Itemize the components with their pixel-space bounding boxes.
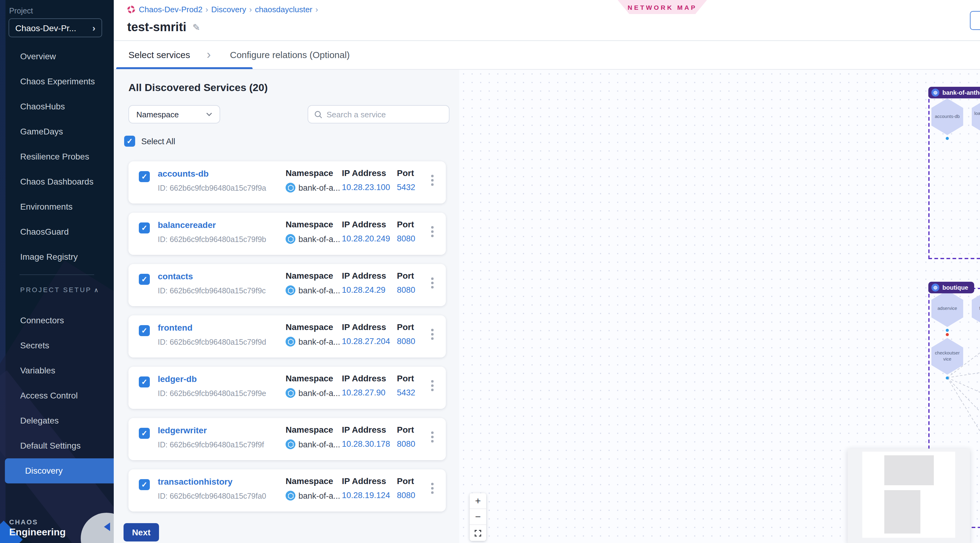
service-card: ledger-db ID: 662b6c9fcb96480a15c79f9e N… — [129, 367, 446, 409]
sidebar-item[interactable]: ChaosHubs — [0, 94, 114, 119]
service-checkbox[interactable] — [139, 479, 150, 490]
project-selector[interactable]: Chaos-Dev-Pr... › — [9, 18, 102, 37]
kebab-menu-icon[interactable] — [429, 481, 435, 495]
sidebar-collapse-icon[interactable] — [104, 522, 110, 531]
sidebar-item[interactable]: Resilience Probes — [0, 144, 114, 169]
sidebar-item[interactable]: Connectors — [0, 308, 114, 333]
breadcrumb-link[interactable]: Discovery — [211, 5, 246, 14]
service-checkbox[interactable] — [139, 222, 150, 233]
service-port[interactable]: 5432 — [397, 388, 415, 397]
sidebar-nav: OverviewChaos ExperimentsChaosHubsGameDa… — [0, 44, 114, 270]
service-node-checkoutservice[interactable]: checkoutservice — [931, 338, 963, 375]
sidebar-item[interactable]: Environments — [0, 194, 114, 219]
service-checkbox[interactable] — [139, 376, 150, 387]
service-name-link[interactable]: transactionhistory — [158, 477, 232, 486]
namespace-badge-icon — [286, 440, 295, 449]
service-namespace: bank-of-a... — [298, 337, 340, 346]
sidebar-item[interactable]: Image Registry — [0, 245, 114, 270]
project-label: Project — [9, 7, 33, 15]
search-input[interactable] — [326, 110, 443, 119]
discard-button[interactable]: Discard — [970, 11, 980, 30]
breadcrumb-link[interactable]: chaosdaycluster — [255, 5, 312, 14]
tab-configure-relations[interactable]: Configure relations (Optional) — [230, 49, 350, 60]
service-name-link[interactable]: ledger-db — [158, 374, 197, 384]
service-id: ID: 662b6c9fcb96480a15c79f9e — [158, 389, 266, 398]
sidebar-item[interactable]: Secrets — [0, 333, 114, 358]
service-name-link[interactable]: balancereader — [158, 220, 216, 230]
column-header-port: Port — [397, 271, 415, 281]
sidebar-item[interactable]: Delegates — [0, 408, 114, 433]
sidebar-item[interactable]: Chaos Dashboards — [0, 169, 114, 194]
kebab-menu-icon[interactable] — [429, 430, 435, 444]
project-setup-header[interactable]: PROJECT SETUP ∧ — [20, 286, 100, 293]
service-port[interactable]: 8080 — [397, 440, 415, 449]
service-ip[interactable]: 10.28.19.124 — [342, 491, 390, 500]
minimap[interactable] — [848, 449, 970, 543]
kebab-menu-icon[interactable] — [429, 378, 435, 393]
zoom-in-button[interactable]: + — [470, 493, 486, 509]
service-card: transactionhistory ID: 662b6c9fcb96480a1… — [129, 469, 446, 511]
column-header-ip: IP Address — [342, 271, 386, 281]
service-checkbox[interactable] — [139, 325, 150, 336]
column-header-port: Port — [397, 322, 415, 332]
service-ip[interactable]: 10.28.24.29 — [342, 286, 386, 295]
namespace-pill[interactable]: ☸ boutique — [928, 282, 974, 293]
minimap-viewport — [862, 452, 955, 538]
namespace-filter-dropdown[interactable]: Namespace — [129, 105, 220, 124]
kebab-menu-icon[interactable] — [429, 276, 435, 290]
sidebar: Project Chaos-Dev-Pr... › OverviewChaos … — [0, 0, 114, 543]
next-button[interactable]: Next — [124, 523, 159, 541]
kebab-menu-icon[interactable] — [429, 327, 435, 341]
select-all-label: Select All — [141, 137, 175, 146]
service-port[interactable]: 5432 — [397, 183, 415, 192]
sidebar-item[interactable]: Variables — [0, 358, 114, 383]
sidebar-item[interactable]: Chaos Experiments — [0, 69, 114, 94]
service-ip[interactable]: 10.28.30.178 — [342, 440, 390, 449]
service-node-loadgenerator[interactable]: loadgenerator — [972, 98, 980, 135]
service-port[interactable]: 8080 — [397, 234, 415, 243]
wizard-tabbar: Select services › Configure relations (O… — [114, 41, 980, 70]
service-node-adservice[interactable]: adservice — [931, 290, 963, 327]
namespace-badge-icon — [286, 491, 295, 500]
service-checkbox[interactable] — [139, 274, 150, 285]
breadcrumb-link[interactable]: Chaos-Dev-Prod2 — [139, 5, 202, 14]
sidebar-item[interactable]: ChaosGuard — [0, 219, 114, 245]
zoom-out-button[interactable]: − — [470, 509, 486, 525]
column-header-namespace: Namespace — [286, 425, 340, 435]
sidebar-setup-nav: ConnectorsSecretsVariablesAccess Control… — [0, 308, 114, 483]
namespace-name: boutique — [942, 284, 968, 291]
service-node-frontend[interactable]: frontend — [972, 290, 980, 327]
service-port[interactable]: 8080 — [397, 337, 415, 346]
service-port[interactable]: 8080 — [397, 286, 415, 295]
sidebar-item[interactable]: GameDays — [0, 119, 114, 144]
namespace-badge-icon — [286, 337, 295, 346]
sidebar-item[interactable]: Overview — [0, 44, 114, 69]
service-ip[interactable]: 10.28.20.249 — [342, 234, 390, 243]
fullscreen-button[interactable] — [470, 525, 486, 541]
sidebar-item[interactable]: Access Control — [0, 383, 114, 408]
kebab-menu-icon[interactable] — [429, 173, 435, 187]
service-name-link[interactable]: accounts-db — [158, 169, 208, 178]
column-header-port: Port — [397, 476, 415, 486]
tab-select-services[interactable]: Select services — [129, 49, 190, 60]
egress-dot — [946, 137, 949, 140]
service-namespace: bank-of-a... — [298, 286, 340, 295]
column-header-ip: IP Address — [342, 322, 390, 332]
service-name-link[interactable]: contacts — [158, 272, 193, 281]
service-node-accounts-db[interactable]: accounts-db — [931, 98, 963, 135]
service-checkbox[interactable] — [139, 171, 150, 182]
select-all-checkbox[interactable] — [124, 136, 135, 147]
service-ip[interactable]: 10.28.23.100 — [342, 183, 390, 192]
sidebar-item[interactable]: Default Settings — [0, 433, 114, 458]
service-checkbox[interactable] — [139, 428, 150, 439]
column-header-ip: IP Address — [342, 373, 386, 383]
kebab-menu-icon[interactable] — [429, 224, 435, 239]
sidebar-item[interactable]: Discovery — [5, 458, 114, 483]
service-name-link[interactable]: ledgerwriter — [158, 426, 207, 435]
namespace-pill[interactable]: ☸ bank-of-anthos — [928, 87, 980, 98]
edit-icon[interactable]: ✎ — [192, 22, 200, 33]
service-name-link[interactable]: frontend — [158, 323, 192, 332]
service-port[interactable]: 8080 — [397, 491, 415, 500]
service-ip[interactable]: 10.28.27.90 — [342, 388, 386, 397]
service-ip[interactable]: 10.28.27.204 — [342, 337, 390, 346]
